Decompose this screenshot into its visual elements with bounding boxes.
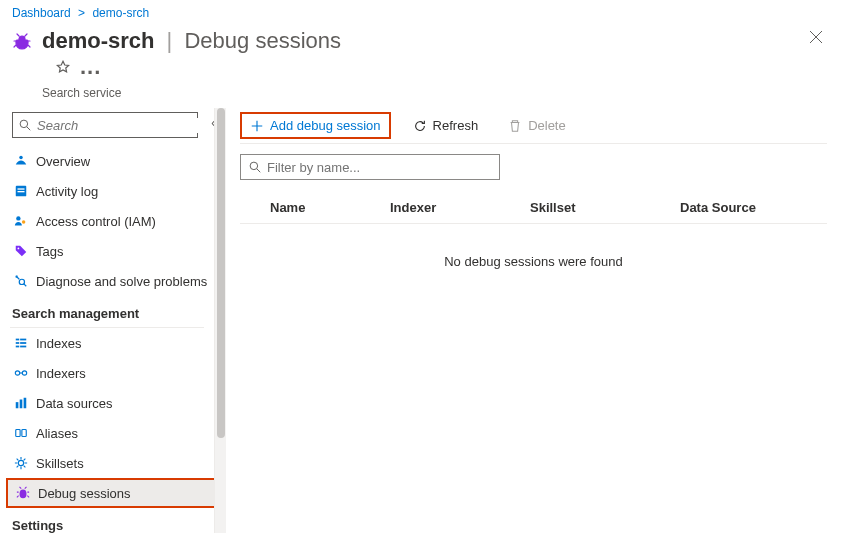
sidebar-item-label: Skillsets (36, 456, 84, 471)
breadcrumb: Dashboard > demo-srch (0, 0, 841, 24)
search-icon (249, 161, 261, 173)
sidebar-item-indexes[interactable]: Indexes (10, 328, 214, 358)
sidebar-item-aliases[interactable]: Aliases (10, 418, 214, 448)
overview-icon (14, 154, 36, 168)
sidebar-item-activity-log[interactable]: Activity log (10, 176, 214, 206)
svg-point-2 (19, 156, 23, 160)
sidebar-item-skillsets[interactable]: Skillsets (10, 448, 214, 478)
svg-point-27 (250, 162, 258, 170)
bug-icon (12, 32, 32, 52)
breadcrumb-current[interactable]: demo-srch (92, 6, 149, 20)
column-header-indexer[interactable]: Indexer (390, 200, 530, 215)
refresh-button[interactable]: Refresh (405, 114, 487, 137)
sidebar-item-indexers[interactable]: Indexers (10, 358, 214, 388)
search-icon (19, 119, 31, 131)
sidebar: « Overview Activity log Access control (… (0, 108, 214, 533)
svg-line-28 (257, 169, 260, 172)
refresh-button-label: Refresh (433, 118, 479, 133)
filter-box[interactable] (240, 154, 500, 180)
indexes-icon (14, 336, 36, 350)
table-header-row: Name Indexer Skillset Data Source (240, 190, 827, 224)
sidebar-item-label: Diagnose and solve problems (36, 274, 207, 289)
svg-rect-21 (16, 430, 20, 437)
svg-point-23 (18, 460, 23, 465)
scrollbar-thumb[interactable] (217, 108, 225, 438)
svg-rect-5 (18, 191, 25, 192)
svg-point-6 (16, 216, 20, 220)
svg-point-16 (15, 371, 19, 375)
sidebar-item-data-sources[interactable]: Data sources (10, 388, 214, 418)
sidebar-section-settings: Settings (10, 508, 204, 533)
sidebar-item-tags[interactable]: Tags (10, 236, 214, 266)
add-debug-session-button[interactable]: Add debug session (240, 112, 391, 139)
column-header-data-source[interactable]: Data Source (680, 200, 820, 215)
breadcrumb-separator: > (78, 6, 85, 20)
delete-button: Delete (500, 114, 574, 137)
close-button[interactable] (809, 30, 823, 44)
svg-point-17 (22, 371, 26, 375)
indexers-icon (14, 366, 36, 380)
svg-rect-14 (16, 346, 20, 348)
sidebar-item-label: Data sources (36, 396, 113, 411)
command-bar: Add debug session Refresh Delete (240, 108, 827, 144)
sidebar-search[interactable] (12, 112, 198, 138)
column-header-name[interactable]: Name (240, 200, 390, 215)
delete-button-label: Delete (528, 118, 566, 133)
activity-log-icon (14, 184, 36, 198)
sidebar-item-access-control[interactable]: Access control (IAM) (10, 206, 214, 236)
title-separator: | (167, 28, 173, 53)
tags-icon (14, 244, 36, 258)
svg-rect-12 (16, 342, 20, 344)
svg-point-7 (22, 220, 26, 224)
sidebar-item-debug-sessions[interactable]: Debug sessions (6, 478, 218, 508)
sidebar-item-label: Tags (36, 244, 63, 259)
svg-rect-20 (24, 398, 27, 409)
svg-rect-10 (16, 339, 20, 341)
diagnose-icon (14, 274, 36, 288)
svg-point-8 (18, 248, 20, 250)
svg-point-0 (20, 120, 28, 128)
sidebar-section-search-mgmt: Search management (10, 296, 204, 328)
refresh-icon (413, 119, 427, 133)
sidebar-scrollbar[interactable] (214, 108, 226, 533)
delete-icon (508, 119, 522, 133)
sidebar-search-input[interactable] (37, 118, 206, 133)
more-menu-icon[interactable]: ··· (80, 60, 101, 86)
svg-rect-18 (16, 402, 19, 408)
add-button-label: Add debug session (270, 118, 381, 133)
skillsets-icon (14, 456, 36, 470)
svg-line-1 (27, 127, 30, 130)
page-header: demo-srch | Debug sessions ··· Search se… (0, 24, 841, 108)
section-title: Debug sessions (184, 28, 341, 53)
resource-name: demo-srch (42, 28, 154, 53)
sidebar-item-label: Debug sessions (38, 486, 131, 501)
svg-rect-11 (20, 339, 26, 341)
svg-rect-19 (20, 400, 23, 409)
sidebar-item-label: Access control (IAM) (36, 214, 156, 229)
access-control-icon (14, 214, 36, 228)
resource-type: Search service (42, 86, 341, 100)
sidebar-item-label: Overview (36, 154, 90, 169)
svg-rect-4 (18, 188, 25, 189)
column-header-skillset[interactable]: Skillset (530, 200, 680, 215)
empty-state-message: No debug sessions were found (240, 224, 827, 299)
breadcrumb-root[interactable]: Dashboard (12, 6, 71, 20)
bug-icon (16, 486, 38, 500)
main-content: Add debug session Refresh Delete Name In… (226, 108, 841, 533)
data-sources-icon (14, 396, 36, 410)
sidebar-item-label: Aliases (36, 426, 78, 441)
plus-icon (250, 119, 264, 133)
filter-input[interactable] (267, 160, 491, 175)
sidebar-item-label: Activity log (36, 184, 98, 199)
svg-rect-13 (20, 342, 26, 344)
sidebar-item-overview[interactable]: Overview (10, 146, 214, 176)
svg-rect-15 (20, 346, 26, 348)
sidebar-item-diagnose[interactable]: Diagnose and solve problems (10, 266, 214, 296)
favorite-star-icon[interactable] (56, 60, 70, 86)
svg-rect-22 (22, 430, 26, 437)
sidebar-item-label: Indexes (36, 336, 82, 351)
svg-point-24 (20, 490, 27, 499)
sidebar-item-label: Indexers (36, 366, 86, 381)
svg-point-9 (19, 279, 24, 284)
aliases-icon (14, 426, 36, 440)
